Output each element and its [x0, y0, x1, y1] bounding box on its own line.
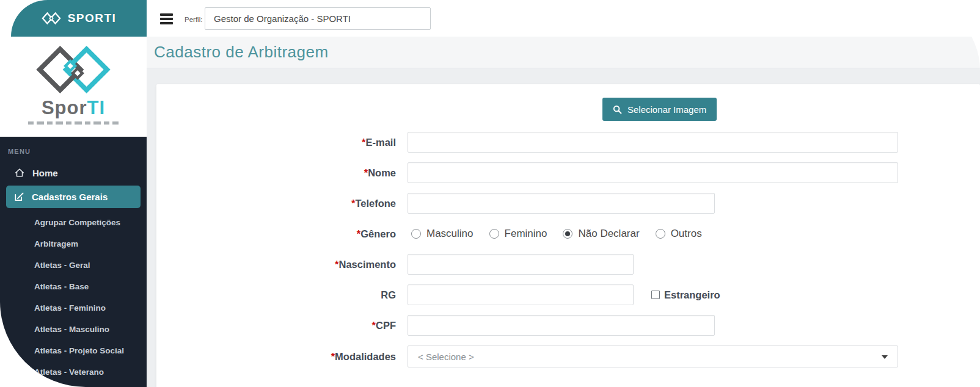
estrangeiro-checkbox[interactable]	[651, 291, 660, 299]
modalidades-select[interactable]: < Selecione >	[408, 345, 898, 367]
cpf-field[interactable]	[408, 315, 715, 336]
home-icon	[14, 167, 25, 178]
sidebar-menu: MENU Home Cadastros Gerais Agrupar Compe…	[0, 137, 147, 387]
nascimento-field[interactable]	[408, 254, 634, 275]
nascimento-label: *Nascimento	[156, 258, 408, 270]
radio-feminino[interactable]: Feminino	[489, 228, 547, 240]
menu-section-label: MENU	[8, 148, 147, 155]
brand-diamonds-icon	[42, 11, 61, 26]
form-row-email: *E-mail	[156, 132, 980, 153]
form-row-nome: *Nome	[156, 162, 980, 183]
submenu-item-arbitragem[interactable]: Arbitragem	[0, 233, 147, 255]
submenu-item-agrupar-competicoes[interactable]: Agrupar Competições	[0, 212, 147, 233]
rg-label: RG	[156, 289, 408, 301]
rg-field[interactable]	[408, 284, 634, 305]
submenu-item-atletas-masculino[interactable]: Atletas - Masculino	[0, 319, 147, 340]
sidebar-item-label: Home	[32, 168, 58, 178]
telefone-field[interactable]	[408, 193, 715, 214]
submenu-item-atletas-geral[interactable]: Atletas - Geral	[0, 255, 147, 276]
radio-masculino[interactable]: Masculino	[411, 228, 474, 240]
brand-title: SPORTI	[68, 12, 117, 25]
arbitragem-form: *E-mail *Nome *Telefone *Gênero	[156, 132, 980, 377]
app-window: SPORTI SporTI MENU Home	[0, 0, 980, 387]
nome-label: *Nome	[156, 167, 408, 179]
logo-panel: SporTI	[0, 37, 147, 137]
submenu-cadastros-gerais: Agrupar Competições Arbitragem Atletas -…	[0, 212, 147, 383]
chevron-down-icon	[882, 355, 888, 359]
radio-circle[interactable]	[411, 229, 421, 239]
select-image-button[interactable]: Selecionar Imagem	[602, 98, 717, 121]
submenu-item-atletas-base[interactable]: Atletas - Base	[0, 276, 147, 297]
radio-circle[interactable]	[489, 229, 499, 239]
genero-radio-group: Masculino Feminino Não Declarar Outros	[408, 228, 702, 240]
radio-outros[interactable]: Outros	[656, 228, 702, 240]
modalidades-selected-value: < Selecione >	[418, 352, 474, 362]
submenu-item-atletas-projeto-social[interactable]: Atletas - Projeto Social	[0, 340, 147, 361]
logo-wordmark: SporTI	[42, 99, 105, 117]
brand-header: SPORTI	[11, 0, 147, 37]
sidebar-item-cadastros-gerais[interactable]: Cadastros Gerais	[6, 186, 141, 208]
topbar: Perfil: Gestor de Organização - SPORTI	[147, 0, 980, 37]
estrangeiro-checkbox-group[interactable]: Estrangeiro	[651, 289, 720, 301]
email-label: *E-mail	[156, 136, 408, 148]
nome-field[interactable]	[408, 162, 898, 183]
page-title-banner: Cadastro de Arbitragem	[147, 37, 980, 68]
select-image-button-label: Selecionar Imagem	[627, 104, 706, 115]
logo-word-accent: TI	[87, 97, 106, 118]
cpf-label: *CPF	[156, 319, 408, 331]
modalidades-label: *Modalidades	[156, 350, 408, 363]
form-row-genero: *Gênero Masculino Feminino Não Declarar …	[156, 223, 980, 244]
form-row-nascimento: *Nascimento	[156, 254, 980, 275]
radio-circle[interactable]	[656, 229, 665, 239]
form-card: Selecionar Imagem *E-mail *Nome *Telefon…	[156, 84, 980, 387]
hamburger-menu-icon[interactable]	[160, 13, 173, 26]
page-title: Cadastro de Arbitragem	[154, 43, 329, 62]
radio-nao-declarar[interactable]: Não Declarar	[563, 228, 639, 240]
logo-word-primary: Spor	[42, 97, 87, 118]
perfil-select[interactable]: Gestor de Organização - SPORTI	[205, 7, 431, 30]
logo-tagline-cutoff	[28, 121, 119, 125]
form-row-modalidades: *Modalidades < Selecione >	[156, 345, 980, 367]
edit-icon	[14, 192, 24, 202]
telefone-label: *Telefone	[156, 197, 408, 209]
sidebar: SPORTI SporTI MENU Home	[0, 0, 147, 387]
genero-label: *Gênero	[156, 228, 408, 240]
form-row-rg: RG Estrangeiro	[156, 284, 980, 305]
search-icon	[613, 105, 622, 114]
form-row-cpf: *CPF	[156, 315, 980, 336]
form-row-telefone: *Telefone	[156, 193, 980, 214]
submenu-item-atletas-feminino[interactable]: Atletas - Feminino	[0, 297, 147, 319]
sidebar-item-home[interactable]: Home	[0, 161, 147, 184]
main-area: Perfil: Gestor de Organização - SPORTI C…	[147, 0, 980, 387]
submenu-item-atletas-veterano[interactable]: Atletas - Veterano	[0, 361, 147, 383]
sporti-logo-icon	[34, 42, 112, 98]
perfil-label: Perfil:	[185, 16, 202, 23]
sidebar-item-label: Cadastros Gerais	[32, 192, 108, 202]
email-field[interactable]	[408, 132, 898, 153]
content-area: Selecionar Imagem *E-mail *Nome *Telefon…	[147, 68, 980, 387]
radio-circle-selected[interactable]	[563, 229, 572, 239]
estrangeiro-label: Estrangeiro	[664, 289, 720, 301]
